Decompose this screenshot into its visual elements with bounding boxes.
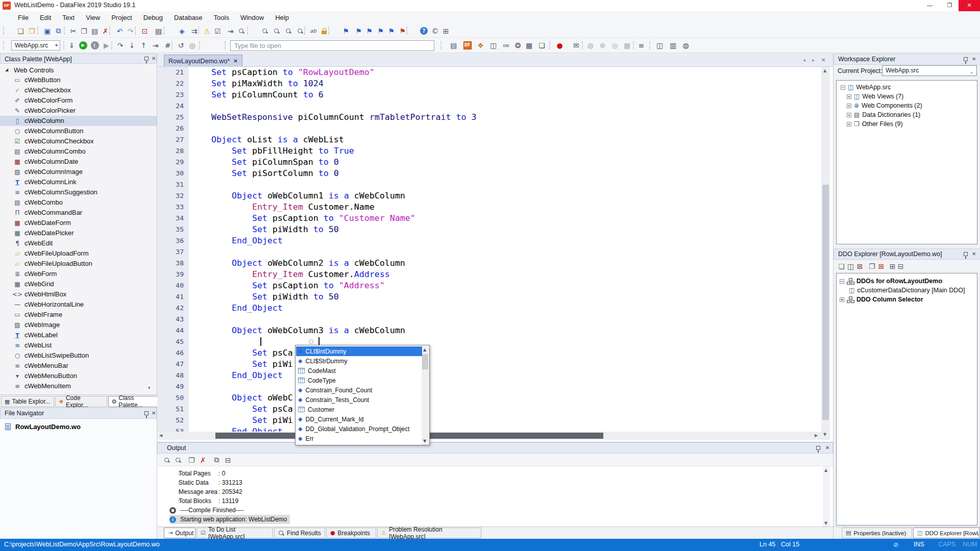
find-in-files-icon[interactable] <box>295 26 305 36</box>
code-line-29[interactable]: 29 Set piColumnSpan to 0 <box>157 157 821 168</box>
close-icon[interactable]: ✕ <box>825 445 829 450</box>
code-explorer-icon[interactable]: ❖ <box>475 40 486 51</box>
code-line-50[interactable]: 50 Object oWebC <box>157 392 821 404</box>
tab-close-icon[interactable]: ✕ <box>233 58 237 64</box>
code-line-22[interactable]: 22 Set piMaxWidth to 1024 <box>157 78 821 89</box>
palette-item-cwebedit[interactable]: ¶cWebEdit <box>0 238 157 248</box>
autocomplete-item-constrain_found_count[interactable]: ◆Constrain_Found_Count <box>296 385 422 395</box>
tab-breakpoints[interactable]: ●Breakpoints <box>326 528 376 538</box>
expander-icon[interactable]: + <box>847 104 851 108</box>
workspace-tree-item-web-views-7-[interactable]: +◫Web Views (7) <box>847 92 903 101</box>
autocomplete-item-cli$strdummy[interactable]: ◆CLI$StrDummy <box>296 356 422 366</box>
vertical-scroll-thumb[interactable] <box>822 185 829 420</box>
palette-item-cwebcolumncheckbox[interactable]: ☑cWebColumnCheckbox <box>0 136 157 146</box>
popup-scroll-thumb[interactable] <box>422 354 428 369</box>
close-icon[interactable]: ✕ <box>152 410 156 416</box>
table-explorer-toggle-icon[interactable]: ▦ <box>524 40 534 51</box>
about-icon[interactable]: © <box>430 26 440 36</box>
code-line-25[interactable]: 25 WebSetResponsive piColumnCount rmTabl… <box>157 112 821 123</box>
file-open-input[interactable] <box>230 40 434 51</box>
palette-item-cwebhtmlbox[interactable]: <>cWebHtmlBox <box>0 289 157 299</box>
previous-bookmark-icon[interactable]: ⚑ <box>353 26 364 36</box>
properties-window-icon[interactable]: ▤ <box>448 40 459 51</box>
pause-icon[interactable]: ∥ <box>89 40 100 51</box>
palette-item-cwebmenuitem[interactable]: ≡cWebMenuItem <box>0 381 157 391</box>
palette-item-cwebcolumnbutton[interactable]: ○cWebColumnButton <box>0 126 157 136</box>
palette-item-cweblist[interactable]: ≡cWebList <box>0 340 157 350</box>
output-window-toggle-icon[interactable]: ✉ <box>571 40 581 51</box>
autocomplete-item-customer[interactable]: Customer <box>296 405 422 414</box>
output-message[interactable]: iStarting web application: WebListDemo <box>169 515 290 524</box>
editor-horizontal-scrollbar[interactable]: ◀ ▶ <box>157 432 821 440</box>
find-previous-message-icon[interactable] <box>161 455 172 465</box>
palette-item-cwebdateform[interactable]: ▦cWebDateForm <box>0 218 157 228</box>
clear-bookmarks-icon[interactable]: ⚑ <box>397 26 408 36</box>
palette-item-cwebcolumn[interactable]: ▯cWebColumn <box>0 116 157 126</box>
web-run-icon[interactable]: ⊕ <box>597 40 608 51</box>
expander-icon[interactable]: + <box>847 94 851 99</box>
compile-project-icon[interactable]: ⇓ <box>66 40 77 51</box>
code-line-38[interactable]: 38 Object oWebColumn2 is a cWebColumn <box>157 258 821 269</box>
ddo-explorer-toggle-icon[interactable]: ◫ <box>488 40 499 51</box>
set-next-statement-icon[interactable]: # <box>162 40 173 51</box>
code-line-30[interactable]: 30 Set piSortColumn to 0 <box>157 168 821 179</box>
tab-ddo-explorer-rowla-[interactable]: ◫DDO Explorer [RowLa... <box>913 528 979 538</box>
pin-icon[interactable] <box>964 57 968 61</box>
palette-item-cwebmenubar[interactable]: ≡cWebMenuBar <box>0 361 157 371</box>
undo-icon[interactable]: ↶ <box>114 26 125 36</box>
run-without-debugging-icon[interactable]: ▶ <box>101 40 112 51</box>
tab-table-explor-[interactable]: ▦Table Explor... <box>1 396 54 407</box>
run-icon[interactable]: ▶ <box>78 40 88 51</box>
palette-item-cwebhorizontalline[interactable]: —cWebHorizontalLine <box>0 299 157 310</box>
output-message[interactable]: ▷Static Data: 331213 <box>179 478 242 487</box>
file-navigator-item[interactable]: RowLayoutDemo.wo <box>0 422 157 432</box>
tab-to-do-list-webapp-src-[interactable]: ☑To Do List [WebApp.src] <box>197 528 273 538</box>
output-message[interactable]: ▷Message area: 205342 <box>179 487 242 496</box>
ddo-tree-item-ccustomerdatadictionary-main-ddo-[interactable]: ◫cCustomerDataDictionary [Main DDO] <box>849 286 965 295</box>
expander-icon[interactable]: + <box>840 297 844 302</box>
palette-item-cwebmenubutton[interactable]: ▾cWebMenuButton <box>0 371 157 381</box>
expander-icon[interactable]: − <box>840 279 844 284</box>
expander-icon[interactable]: ▷ <box>179 489 182 494</box>
expander-icon[interactable]: ▷ <box>179 480 182 485</box>
delete-icon[interactable]: ✗ <box>100 26 111 36</box>
workspace-tree-item-webapp-src[interactable]: −◫WebApp.src <box>841 83 891 92</box>
run-program-icon[interactable]: ⇥ <box>225 26 236 36</box>
code-line-51[interactable]: 51 Set psCa <box>157 404 821 415</box>
code-line-26[interactable]: 26 <box>157 123 821 134</box>
pin-icon[interactable] <box>816 446 820 450</box>
workspace-tree-item-data-dictionaries-1-[interactable]: +▤Data Dictionaries (1) <box>847 110 920 119</box>
palette-item-cwebcolumnimage[interactable]: ▨cWebColumnImage <box>0 167 157 177</box>
run-to-cursor-icon[interactable]: ⇥ <box>150 40 161 51</box>
popup-scroll-up-icon[interactable]: ▲ <box>423 346 426 354</box>
output-message[interactable]: ▷Total Pages: 0 <box>179 469 225 478</box>
scroll-up-icon[interactable]: ▲ <box>824 466 827 474</box>
popup-scroll-down-icon[interactable]: ▼ <box>423 437 426 445</box>
code-line-33[interactable]: 33 Entry_Item Customer.Name <box>157 202 821 213</box>
database-explorer-icon[interactable]: ▥ <box>668 40 678 51</box>
palette-item-cwebcolumnsuggestion[interactable]: ≡cWebColumnSuggestion <box>0 187 157 197</box>
autocomplete-item-err[interactable]: ◆Err <box>296 434 422 443</box>
last-bookmark-icon[interactable]: ⚑ <box>386 26 397 36</box>
todo-list-toggle-icon[interactable]: ≔ <box>501 40 511 51</box>
collapse-all-icon[interactable]: ⊟ <box>895 261 906 271</box>
print-icon[interactable]: ▤ <box>153 26 164 36</box>
menu-database[interactable]: Database <box>168 11 208 24</box>
code-line-47[interactable]: 47 Set piWi <box>157 359 821 370</box>
project-selector[interactable]: WebApp.src ▾ <box>11 40 60 51</box>
autocomplete-item-dd_current_mark_id[interactable]: ◆DD_Current_Mark_Id <box>296 414 422 424</box>
editor-tab[interactable]: RowLayoutDemo.wo* ✕ <box>164 55 242 67</box>
palette-item-cwebcolumnlink[interactable]: TcWebColumnLink <box>0 177 157 187</box>
palette-item-cwebcolorform[interactable]: ✐cWebColorForm <box>0 95 157 106</box>
code-line-27[interactable]: 27 Object oList is a cWebList <box>157 134 821 145</box>
menu-view[interactable]: View <box>80 11 106 24</box>
palette-item-cwebgrid[interactable]: ▦cWebGrid <box>0 279 157 289</box>
code-line-23[interactable]: 23 Set piColumnCount to 6 <box>157 89 821 101</box>
cut-icon[interactable]: ✂ <box>68 26 79 36</box>
clear-messages-icon[interactable]: ✗ <box>198 455 208 465</box>
find-previous-icon[interactable] <box>283 26 293 36</box>
refresh-debug-icon[interactable]: ↺ <box>176 40 186 51</box>
ddo-tree-item-ddo-column-selector[interactable]: +DDO Column Selector <box>840 295 923 304</box>
help-icon[interactable]: ? <box>419 26 429 36</box>
popup-scrollbar[interactable]: ▲ ▼ <box>422 346 429 445</box>
